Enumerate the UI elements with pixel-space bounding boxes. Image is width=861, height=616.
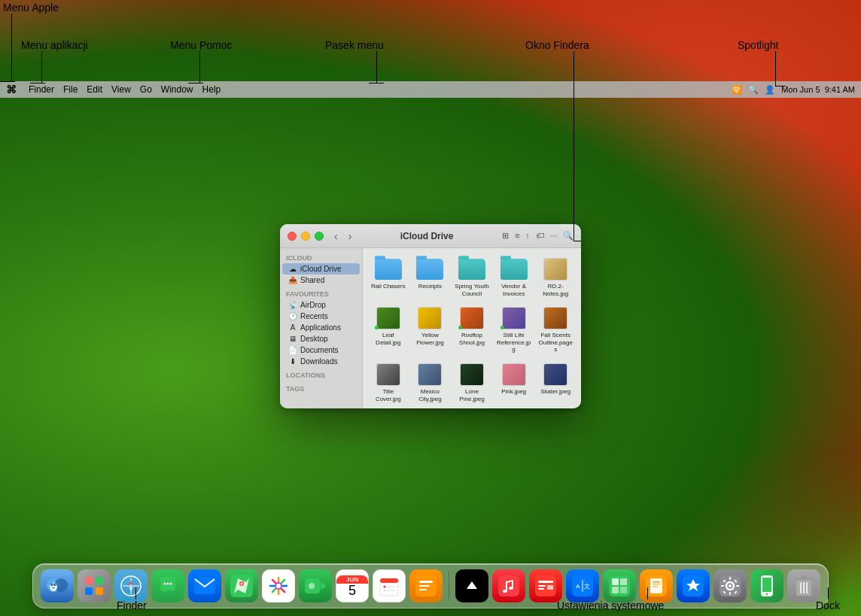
file-item-rail-chasers[interactable]: Rail Chasers	[369, 254, 408, 300]
close-button[interactable]	[288, 232, 297, 241]
sidebar-item-recents[interactable]: 🕐 Recents	[282, 311, 360, 322]
file-item-pink[interactable]: Pink.jpeg	[494, 360, 534, 405]
apple-menu-icon[interactable]: ⌘	[6, 83, 17, 96]
dock-appletv[interactable]	[455, 569, 488, 602]
sidebar-item-downloads[interactable]: ⬇ Downloads	[282, 356, 360, 367]
sidebar-item-icloud-drive[interactable]: ☁ iCloud Drive	[282, 263, 360, 275]
file-label-rooftop: Rooftop Shoot.jpg	[454, 332, 490, 346]
sidebar-section-icloud: iCloud	[280, 253, 362, 263]
svg-point-6	[55, 584, 56, 585]
dock-pages[interactable]	[640, 569, 673, 602]
dock-facetime[interactable]	[299, 569, 332, 602]
dock-settings[interactable]	[713, 569, 747, 602]
file-item-lone-pine[interactable]: Lone Pine.jpeg	[452, 360, 491, 405]
dock-news[interactable]	[529, 569, 562, 602]
menu-view[interactable]: View	[111, 84, 131, 95]
dock-trash[interactable]	[787, 569, 820, 602]
file-item-yellow-flower[interactable]: Yellow Flower.jpg	[411, 303, 450, 357]
svg-rect-32	[380, 578, 398, 583]
sidebar-item-applications[interactable]: A Applications	[282, 322, 360, 333]
file-item-mexico-city[interactable]: Mexico City.jpeg	[411, 360, 450, 405]
file-item-receipts[interactable]: Receipts	[411, 254, 450, 300]
dock-numbers[interactable]	[603, 569, 636, 602]
menu-finder[interactable]: Finder	[29, 84, 54, 95]
svg-rect-55	[612, 587, 619, 593]
menu-window[interactable]: Window	[161, 84, 193, 95]
dock-launchpad[interactable]	[78, 569, 111, 602]
menu-go[interactable]: Go	[140, 84, 152, 95]
tag-icon[interactable]: 🏷	[536, 231, 544, 241]
share-icon[interactable]: ↑	[525, 231, 530, 241]
dock-safari[interactable]	[114, 569, 148, 602]
back-button[interactable]: ‹	[334, 230, 338, 242]
file-label-receipts: Receipts	[418, 283, 442, 290]
sidebar-label-shared: Shared	[300, 276, 324, 284]
svg-rect-56	[620, 587, 627, 593]
spotlight-icon[interactable]: 🔍	[748, 85, 759, 95]
file-label-spring-youth: Spring Youth Council	[454, 283, 490, 297]
file-grid: Rail Chasers Receipts Spring Youth Counc…	[369, 254, 575, 405]
fullscreen-button[interactable]	[315, 232, 324, 241]
svg-point-27	[275, 583, 281, 589]
dock-music[interactable]	[492, 569, 525, 602]
svg-point-36	[384, 590, 386, 592]
svg-point-65	[729, 584, 732, 587]
sidebar-item-desktop[interactable]: 🖥 Desktop	[282, 333, 360, 344]
sidebar-item-shared[interactable]: 📤 Shared	[282, 275, 360, 286]
view-list-icon[interactable]: ≡	[515, 231, 519, 241]
svg-point-22	[241, 583, 243, 585]
svg-text:文: 文	[584, 583, 590, 590]
menu-edit[interactable]: Edit	[87, 84, 102, 95]
svg-rect-79	[801, 575, 807, 578]
svg-rect-45	[538, 585, 546, 587]
menu-file[interactable]: File	[63, 84, 78, 95]
dock-finder[interactable]	[41, 569, 74, 602]
dock-iphone-mirroring[interactable]	[750, 569, 783, 602]
window-title: iCloud Drive	[356, 231, 497, 241]
dock-photos[interactable]	[262, 569, 295, 602]
minimize-button[interactable]	[301, 232, 310, 241]
search-icon[interactable]: 🔍	[563, 231, 573, 241]
file-item-rd-notes[interactable]: RD.2-Notes.jpg	[536, 254, 575, 300]
file-item-spring-youth[interactable]: Spring Youth Council	[452, 254, 491, 300]
dock-reminders[interactable]	[373, 569, 406, 602]
dock: JUN 5	[32, 563, 829, 608]
svg-rect-61	[653, 586, 658, 587]
img-icon-rd	[541, 257, 570, 281]
dock-calendar[interactable]: JUN 5	[336, 569, 369, 602]
downloads-icon: ⬇	[288, 357, 297, 366]
file-item-still-life[interactable]: Still Life Reference.jpg	[494, 303, 534, 357]
dock-metaclean[interactable]	[409, 569, 443, 602]
file-item-vendor[interactable]: Vendor & Invoices	[494, 254, 534, 300]
file-item-rooftop[interactable]: Rooftop Shoot.jpg	[452, 303, 491, 357]
svg-rect-59	[653, 581, 660, 583]
svg-text:A: A	[576, 583, 580, 590]
dock-maps[interactable]	[225, 569, 258, 602]
dock-translator[interactable]: A 文	[566, 569, 599, 602]
file-label-leaf: Leaf Detail.jpg	[370, 332, 406, 346]
svg-rect-40	[419, 589, 427, 590]
menu-help[interactable]: Help	[202, 84, 221, 95]
folder-icon-spring	[458, 257, 486, 281]
forward-button[interactable]: ›	[348, 230, 352, 242]
svg-rect-38	[419, 581, 433, 583]
file-item-fall-scents[interactable]: Fall Scents Outline.pages	[536, 303, 575, 357]
svg-point-17	[167, 583, 169, 585]
sidebar-item-documents[interactable]: 📄 Documents	[282, 344, 360, 356]
svg-rect-9	[85, 587, 93, 595]
view-grid-icon[interactable]: ⊞	[502, 231, 509, 241]
user-icon[interactable]: 👤	[765, 85, 775, 95]
dock-messages[interactable]	[151, 569, 184, 602]
more-icon[interactable]: ···	[550, 231, 557, 241]
sidebar-item-airdrop[interactable]: 📡 AirDrop	[282, 299, 360, 311]
sidebar-section-favourites: Favourites	[280, 289, 362, 299]
img-icon-still-life	[500, 306, 528, 330]
recents-icon: 🕐	[288, 312, 297, 320]
file-item-skater[interactable]: Skater.jpeg	[536, 360, 575, 405]
dock-appstore[interactable]	[677, 569, 710, 602]
dock-mail[interactable]	[188, 569, 221, 602]
svg-rect-53	[612, 578, 619, 585]
file-item-leaf[interactable]: Leaf Detail.jpg	[369, 303, 408, 357]
sidebar-label-documents: Documents	[300, 346, 339, 354]
file-item-title-cover[interactable]: Title Cover.jpg	[369, 360, 408, 405]
